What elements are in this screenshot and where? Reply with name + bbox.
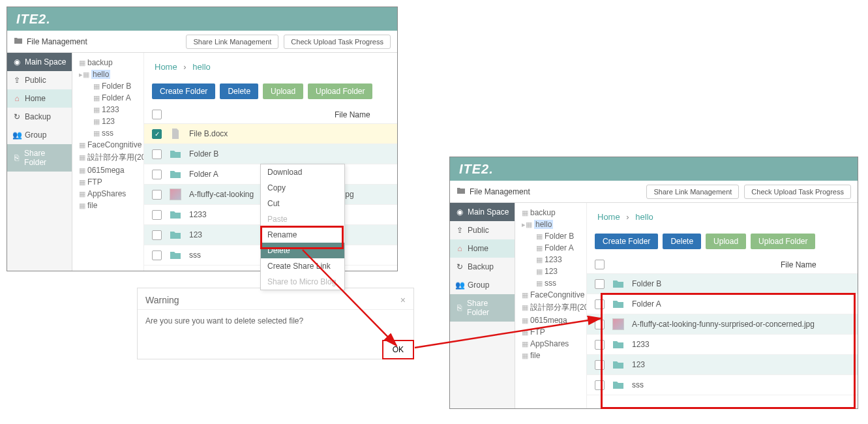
tree-item-folder-a[interactable]: ▦Folder A xyxy=(518,242,584,254)
tree-item-facecog[interactable]: ▦FaceCongnitive xyxy=(518,289,584,301)
tree-item-hello[interactable]: ▸▦hello xyxy=(75,68,141,80)
tree-item-sss[interactable]: ▦sss xyxy=(75,127,141,139)
row-checkbox[interactable] xyxy=(152,170,162,179)
tree-item-folder-b[interactable]: ▦Folder B xyxy=(518,230,584,242)
folder-icon: ▸▦ xyxy=(79,70,89,79)
folder-icon xyxy=(170,168,181,180)
tree-item-appshares[interactable]: ▦AppShares xyxy=(518,338,584,350)
upload-folder-button[interactable]: Upload Folder xyxy=(308,83,372,99)
file-row-selected[interactable]: ✓ File B.docx xyxy=(144,124,397,144)
tree-item-appshares[interactable]: ▦AppShares xyxy=(75,188,141,200)
tree-item-backup[interactable]: ▦backup xyxy=(518,207,584,219)
folder-open-icon xyxy=(456,187,466,196)
tree-item-ftp[interactable]: ▦FTP xyxy=(518,326,584,338)
file-row[interactable]: sss xyxy=(587,375,858,395)
tab-share-folder[interactable]: ⎘ Share Folder xyxy=(450,294,515,322)
upload-button[interactable]: Upload xyxy=(706,234,746,249)
row-checkbox[interactable] xyxy=(152,149,162,159)
tree-item-123[interactable]: ▦123 xyxy=(75,115,141,127)
home-icon: ⌂ xyxy=(455,244,464,253)
row-checkbox[interactable] xyxy=(595,320,605,329)
tree-item-mega[interactable]: ▦0615mega xyxy=(75,164,141,176)
ctx-copy[interactable]: Copy xyxy=(261,180,344,196)
row-checkbox[interactable]: ✓ xyxy=(152,129,162,139)
row-checkbox[interactable] xyxy=(595,380,605,390)
close-icon[interactable]: × xyxy=(400,295,406,305)
tree-item-backup[interactable]: ▦backup xyxy=(75,57,141,68)
tab-home[interactable]: ⌂ Home xyxy=(450,239,515,258)
folder-icon: ▦ xyxy=(522,352,528,360)
tab-home[interactable]: ⌂ Home xyxy=(7,89,72,108)
create-folder-button[interactable]: Create Folder xyxy=(595,234,658,249)
share-link-mgmt-button[interactable]: Share Link Management xyxy=(646,185,739,199)
file-name: File B.docx xyxy=(189,129,228,138)
ctx-cut[interactable]: Cut xyxy=(261,196,344,211)
tree-item-design[interactable]: ▦設計部分享用(201808 xyxy=(75,151,141,164)
tree-item-mega[interactable]: ▦0615mega xyxy=(518,314,584,326)
delete-button[interactable]: Delete xyxy=(663,234,701,249)
tab-backup[interactable]: ↻ Backup xyxy=(7,108,72,126)
crumb-home[interactable]: Home xyxy=(155,62,177,72)
ctx-rename[interactable]: Rename xyxy=(261,227,344,243)
tree-item-123[interactable]: ▦123 xyxy=(518,265,584,277)
create-folder-button[interactable]: Create Folder xyxy=(152,83,215,99)
image-thumb-icon xyxy=(170,189,181,200)
select-all-checkbox[interactable] xyxy=(595,260,605,269)
file-row[interactable]: 123 xyxy=(587,355,858,375)
tree-item-hello[interactable]: ▸▦hello xyxy=(518,219,584,230)
check-upload-progress-button[interactable]: Check Upload Task Progress xyxy=(284,35,391,49)
folder-icon: ▦ xyxy=(79,153,85,162)
folder-icon: ▦ xyxy=(536,279,543,288)
ctx-download[interactable]: Download xyxy=(261,164,344,180)
tree-item-sss[interactable]: ▦sss xyxy=(518,277,584,289)
dialog-body: Are you sure you want to delete selected… xyxy=(138,310,413,332)
folder-icon xyxy=(170,148,181,160)
document-icon xyxy=(170,128,181,140)
file-row[interactable]: Folder A xyxy=(587,294,858,314)
check-upload-progress-button[interactable]: Check Upload Task Progress xyxy=(744,185,851,199)
upload-button[interactable]: Upload xyxy=(263,83,303,99)
select-all-checkbox[interactable] xyxy=(152,110,162,119)
file-row[interactable]: Folder B xyxy=(144,144,397,164)
tree-item-file[interactable]: ▦file xyxy=(75,200,141,211)
file-row[interactable]: 1233 xyxy=(587,335,858,355)
row-checkbox[interactable] xyxy=(152,190,162,200)
tab-public[interactable]: ⇪ Public xyxy=(7,71,72,89)
tree-item-folder-b[interactable]: ▦Folder B xyxy=(75,80,141,92)
row-checkbox[interactable] xyxy=(152,250,162,260)
tab-backup[interactable]: ↻ Backup xyxy=(450,258,515,276)
tab-main-space[interactable]: ◉ Main Space xyxy=(450,203,515,221)
row-checkbox[interactable] xyxy=(595,299,605,309)
tree-item-ftp[interactable]: ▦FTP xyxy=(75,176,141,188)
folder-icon xyxy=(612,379,624,391)
tab-share-folder[interactable]: ⎘ Share Folder xyxy=(7,144,72,172)
tab-main-space[interactable]: ◉ Main Space xyxy=(7,53,72,71)
tree-item-file[interactable]: ▦file xyxy=(518,350,584,361)
ctx-create-share[interactable]: Create Share Link xyxy=(261,258,344,274)
file-row[interactable]: Folder B xyxy=(587,274,858,294)
tree-item-design[interactable]: ▦設計部分享用(201808 xyxy=(518,301,584,314)
ok-button[interactable]: OK xyxy=(382,340,414,359)
tree-item-facecog[interactable]: ▦FaceCongnitive xyxy=(75,139,141,151)
tree-item-folder-a[interactable]: ▦Folder A xyxy=(75,92,141,104)
tree-item-1233[interactable]: ▦1233 xyxy=(518,254,584,265)
row-checkbox[interactable] xyxy=(152,230,162,240)
tab-group[interactable]: 👥 Group xyxy=(450,276,515,294)
row-checkbox[interactable] xyxy=(595,279,605,289)
delete-button[interactable]: Delete xyxy=(220,83,258,99)
ctx-delete[interactable]: Delete xyxy=(261,243,344,258)
file-name: sss xyxy=(189,250,201,260)
share-link-mgmt-button[interactable]: Share Link Management xyxy=(186,35,278,49)
col-file-name: File Name xyxy=(335,110,370,119)
row-checkbox[interactable] xyxy=(595,360,605,370)
side-tabs: ◉ Main Space ⇪ Public ⌂ Home ↻ Backup 👥 … xyxy=(7,53,72,271)
folder-icon: ▦ xyxy=(79,59,85,67)
file-row[interactable]: A-fluffy-cat-looking-funny-surprised-or-… xyxy=(587,314,858,335)
crumb-home[interactable]: Home xyxy=(597,212,620,222)
tab-public[interactable]: ⇪ Public xyxy=(450,221,515,239)
row-checkbox[interactable] xyxy=(152,210,162,220)
tree-item-1233[interactable]: ▦1233 xyxy=(75,104,141,115)
tab-group[interactable]: 👥 Group xyxy=(7,126,72,144)
upload-folder-button[interactable]: Upload Folder xyxy=(751,234,815,249)
row-checkbox[interactable] xyxy=(595,340,605,350)
